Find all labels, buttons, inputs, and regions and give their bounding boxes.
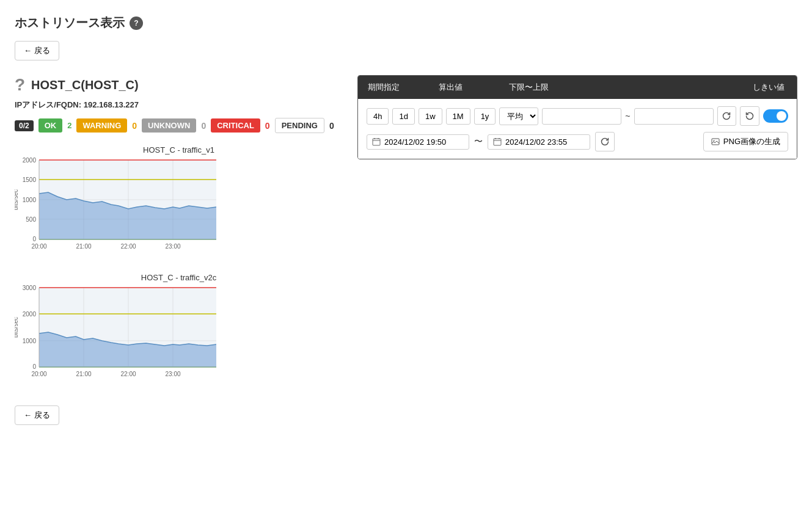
- range-from-input[interactable]: [542, 108, 621, 125]
- help-icon[interactable]: ?: [130, 16, 143, 30]
- host-ip: IPアドレス/FQDN: 192.168.13.227: [15, 100, 343, 111]
- range-inputs: ~: [542, 108, 713, 125]
- date-from-wrap: [367, 134, 469, 150]
- range-to-input[interactable]: [634, 108, 714, 125]
- svg-text:3000: 3000: [23, 285, 37, 291]
- svg-text:20:00: 20:00: [31, 371, 46, 377]
- undo-icon-button[interactable]: [740, 106, 759, 126]
- right-panel: 期間指定 算出値 下限〜上限 しきい値 4h 1d 1w 1M 1y 平均 最大…: [357, 75, 797, 159]
- refresh-icon: [722, 111, 731, 121]
- period-header: 期間指定: [358, 76, 429, 99]
- bottom-back: ← 戻る: [15, 405, 343, 440]
- svg-point-53: [713, 140, 714, 142]
- chart-1-wrap: 2000 1500 1000 500 0 bits/sec 20:00 21:0…: [15, 157, 343, 261]
- svg-text:0: 0: [32, 363, 36, 370]
- pending-count: 0: [329, 121, 334, 131]
- calendar-icon-2: [493, 137, 502, 146]
- svg-text:22:00: 22:00: [120, 243, 136, 250]
- calendar-icon: [372, 137, 381, 146]
- host-name: HOST_C(HOST_C): [31, 78, 139, 92]
- back-button-bottom[interactable]: ← 戻る: [15, 405, 59, 425]
- date-row: 〜: [367, 132, 788, 151]
- svg-text:500: 500: [26, 216, 36, 223]
- refresh-icon-button[interactable]: [717, 106, 737, 126]
- date-refresh-icon: [600, 137, 610, 147]
- chart-1-svg: 2000 1500 1000 500 0 bits/sec 20:00 21:0…: [15, 157, 222, 261]
- undo-icon: [745, 111, 755, 121]
- control-body: 4h 1d 1w 1M 1y 平均 最大 最小 ~: [358, 99, 797, 159]
- svg-text:bits/sec: bits/sec: [15, 317, 19, 338]
- host-header: ? HOST_C(HOST_C): [15, 75, 343, 95]
- range-header: 下限〜上限: [499, 76, 672, 99]
- date-refresh-button[interactable]: [595, 132, 615, 151]
- chart-2-wrap: 3000 2000 1000 0 bits/sec 20:00 21:00 22…: [15, 285, 343, 388]
- back-button-top[interactable]: ← 戻る: [15, 41, 59, 60]
- period-1d-button[interactable]: 1d: [392, 108, 414, 125]
- calc-header: 算出値: [429, 76, 500, 99]
- svg-text:22:00: 22:00: [120, 371, 136, 377]
- critical-badge: CRITICAL: [211, 118, 260, 133]
- svg-text:1000: 1000: [23, 197, 37, 203]
- warning-count: 0: [132, 121, 137, 131]
- svg-text:2000: 2000: [23, 311, 37, 318]
- ok-count: 2: [67, 121, 71, 130]
- toggle-slider: [763, 109, 788, 123]
- svg-text:23:00: 23:00: [165, 243, 180, 250]
- svg-text:bits/sec: bits/sec: [15, 189, 19, 210]
- calc-select[interactable]: 平均 最大 最小: [499, 107, 538, 125]
- date-from-input[interactable]: [384, 137, 464, 147]
- unknown-count: 0: [201, 121, 206, 131]
- chart-1-title: HOST_C - traffic_v1: [15, 145, 343, 154]
- date-to-input[interactable]: [505, 137, 585, 147]
- svg-rect-52: [712, 139, 719, 145]
- control-panel: 期間指定 算出値 下限〜上限 しきい値 4h 1d 1w 1M 1y 平均 最大…: [357, 75, 797, 159]
- charts-row: HOST_C - traffic_v1: [15, 145, 343, 388]
- page-title: ホストリソース表示 ?: [15, 15, 797, 31]
- svg-rect-48: [494, 139, 501, 145]
- range-separator: ~: [625, 111, 630, 121]
- toggle-switch[interactable]: [763, 109, 788, 123]
- svg-text:1500: 1500: [23, 176, 37, 183]
- png-export-button[interactable]: PNG画像の生成: [703, 132, 788, 151]
- chart-2-svg: 3000 2000 1000 0 bits/sec 20:00 21:00 22…: [15, 285, 222, 388]
- period-4h-button[interactable]: 4h: [367, 108, 389, 125]
- host-status-icon: ?: [15, 75, 25, 95]
- period-row: 4h 1d 1w 1M 1y 平均 最大 最小 ~: [367, 106, 788, 126]
- date-to-wrap: [488, 134, 590, 150]
- period-1y-button[interactable]: 1y: [474, 108, 496, 125]
- period-1w-button[interactable]: 1w: [419, 108, 442, 125]
- image-icon: [711, 137, 720, 146]
- svg-text:21:00: 21:00: [76, 243, 91, 250]
- date-separator: 〜: [474, 136, 483, 147]
- period-1m-button[interactable]: 1M: [446, 108, 470, 125]
- svg-text:2000: 2000: [23, 157, 37, 164]
- unknown-badge: UNKNOWN: [142, 118, 196, 133]
- left-panel: ? HOST_C(HOST_C) IPアドレス/FQDN: 192.168.13…: [15, 75, 343, 440]
- warning-badge: WARNING: [76, 118, 127, 133]
- chart-2-title: HOST_C - traffic_v2c: [15, 273, 343, 282]
- critical-count: 0: [265, 121, 270, 131]
- svg-text:0: 0: [32, 236, 36, 242]
- chart-2: HOST_C - traffic_v2c: [15, 273, 343, 388]
- svg-rect-44: [373, 139, 380, 145]
- ok-label: OK: [38, 118, 63, 133]
- svg-text:1000: 1000: [23, 338, 37, 344]
- pending-badge: PENDING: [275, 118, 324, 133]
- total-count-badge: 0/2: [15, 120, 34, 131]
- title-text: ホストリソース表示: [15, 15, 125, 31]
- chart-1: HOST_C - traffic_v1: [15, 145, 343, 261]
- status-bar: 0/2 OK 2 WARNING 0 UNKNOWN 0 CRITICAL 0 …: [15, 118, 343, 133]
- png-button-label: PNG画像の生成: [723, 136, 780, 147]
- svg-text:20:00: 20:00: [31, 243, 46, 250]
- threshold-header: しきい値: [673, 76, 797, 99]
- control-header: 期間指定 算出値 下限〜上限 しきい値: [358, 76, 797, 99]
- svg-text:23:00: 23:00: [165, 371, 180, 377]
- svg-text:21:00: 21:00: [76, 371, 91, 377]
